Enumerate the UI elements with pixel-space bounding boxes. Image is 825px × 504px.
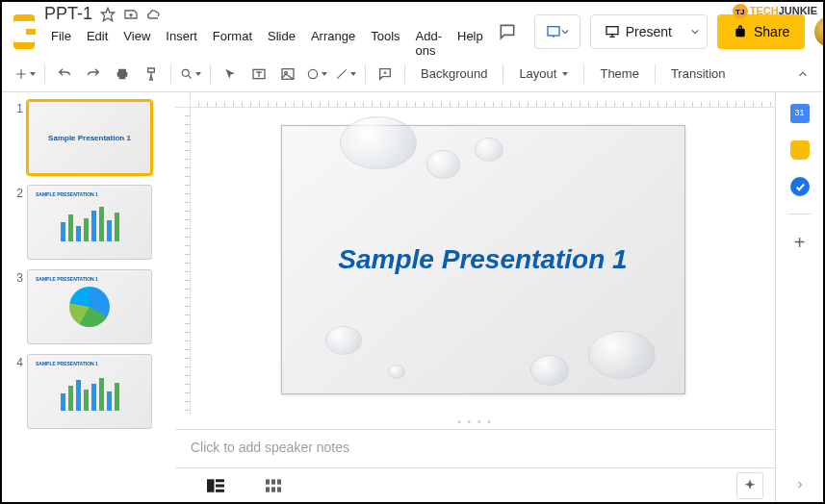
menu-file[interactable]: File [44, 27, 78, 60]
menu-view[interactable]: View [116, 27, 157, 60]
menu-addons[interactable]: Add-ons [409, 27, 449, 60]
slideshow-dropdown[interactable] [534, 14, 580, 49]
zoom-button[interactable] [177, 61, 204, 88]
sidebar-divider [788, 214, 812, 214]
present-button[interactable]: Present [591, 15, 683, 48]
svg-rect-11 [216, 489, 224, 491]
ruler-corner [175, 92, 191, 108]
thumb-title: Sample Presentation 1 [48, 134, 131, 142]
undo-button[interactable] [51, 61, 78, 88]
redo-button[interactable] [80, 61, 107, 88]
grid-view-button[interactable] [245, 472, 302, 499]
svg-marker-0 [101, 8, 114, 20]
notes-drag-handle[interactable]: • • • • [175, 415, 775, 429]
droplet-decoration [426, 150, 460, 179]
menu-slide[interactable]: Slide [261, 27, 302, 60]
vertical-ruler[interactable] [175, 108, 191, 415]
shape-tool[interactable] [303, 61, 330, 88]
collapse-toolbar-icon[interactable] [792, 63, 813, 85]
tasks-icon[interactable] [790, 177, 810, 196]
slide-panel: 1 Sample Presentation 1 2 SAMPLE PRESENT… [2, 92, 175, 502]
svg-point-3 [182, 69, 189, 76]
slide-number: 2 [12, 185, 27, 260]
slide-thumb-4[interactable]: 4 SAMPLE PRESENTATION 1 [12, 354, 175, 429]
pie-chart-icon [69, 287, 110, 327]
document-title[interactable]: PPT-1 [44, 4, 92, 24]
menu-bar: File Edit View Insert Format Slide Arran… [44, 27, 490, 60]
svg-rect-1 [548, 27, 559, 36]
line-tool[interactable] [332, 61, 359, 88]
layout-button[interactable]: Layout [509, 61, 578, 88]
droplet-decoration [530, 355, 569, 386]
star-icon[interactable] [100, 7, 116, 22]
print-button[interactable] [109, 61, 136, 88]
paint-format-button[interactable] [138, 61, 165, 88]
droplet-decoration [340, 116, 417, 169]
droplet-decoration [325, 326, 362, 355]
main-slide[interactable]: Sample Presentation 1 [281, 125, 685, 394]
svg-rect-15 [266, 487, 270, 491]
menu-arrange[interactable]: Arrange [304, 27, 362, 60]
comment-tool[interactable] [372, 61, 399, 88]
speaker-notes[interactable]: Click to add speaker notes [175, 429, 775, 467]
droplet-decoration [475, 138, 503, 162]
slide-number: 4 [12, 354, 27, 429]
bar-chart-icon [61, 372, 119, 411]
menu-help[interactable]: Help [451, 27, 490, 60]
add-addon-button[interactable]: + [794, 232, 806, 254]
horizontal-ruler[interactable] [191, 92, 775, 108]
calendar-icon[interactable] [790, 104, 810, 123]
menu-tools[interactable]: Tools [364, 27, 406, 60]
share-button[interactable]: Share [717, 14, 805, 49]
svg-rect-17 [277, 487, 281, 491]
slide-thumb-2[interactable]: 2 SAMPLE PRESENTATION 1 [12, 185, 175, 260]
svg-rect-9 [216, 479, 224, 482]
filmstrip-view-button[interactable] [187, 472, 245, 499]
droplet-decoration [588, 331, 656, 379]
watermark-badge: TJ [733, 4, 748, 19]
svg-rect-16 [271, 487, 275, 491]
right-sidebar: + [775, 92, 823, 502]
slides-logo[interactable] [13, 14, 35, 49]
slide-title-text[interactable]: Sample Presentation 1 [338, 244, 627, 275]
select-tool[interactable] [217, 61, 244, 88]
share-label: Share [754, 24, 789, 39]
svg-rect-14 [277, 479, 281, 484]
svg-rect-8 [207, 479, 215, 492]
collapse-sidebar-icon[interactable] [794, 479, 806, 491]
menu-insert[interactable]: Insert [159, 27, 204, 60]
svg-rect-2 [606, 27, 618, 35]
canvas[interactable]: Sample Presentation 1 [191, 108, 775, 415]
svg-point-7 [308, 69, 317, 78]
svg-rect-10 [216, 484, 224, 487]
keep-icon[interactable] [790, 140, 810, 160]
present-dropdown[interactable] [683, 15, 707, 48]
slide-number: 1 [12, 100, 27, 175]
new-slide-button[interactable] [12, 61, 39, 88]
move-icon[interactable] [123, 7, 139, 22]
explore-button[interactable] [736, 472, 763, 499]
image-tool[interactable] [274, 61, 301, 88]
textbox-tool[interactable] [245, 61, 272, 88]
watermark: TJTECHJUNKIE [733, 4, 817, 19]
menu-edit[interactable]: Edit [80, 27, 115, 60]
background-button[interactable]: Background [411, 61, 497, 88]
present-label: Present [626, 24, 672, 39]
slide-thumb-3[interactable]: 3 SAMPLE PRESENTATION 1 [12, 269, 175, 344]
theme-button[interactable]: Theme [590, 61, 648, 88]
comments-icon[interactable] [490, 14, 525, 49]
cloud-status-icon[interactable] [146, 7, 162, 22]
slide-thumb-1[interactable]: 1 Sample Presentation 1 [12, 100, 175, 175]
slide-number: 3 [12, 269, 27, 344]
droplet-decoration [388, 365, 405, 379]
menu-format[interactable]: Format [206, 27, 259, 60]
bar-chart-icon [61, 203, 119, 241]
account-avatar[interactable] [814, 16, 825, 47]
svg-rect-12 [266, 479, 270, 484]
transition-button[interactable]: Transition [661, 61, 735, 88]
svg-rect-13 [271, 479, 275, 484]
